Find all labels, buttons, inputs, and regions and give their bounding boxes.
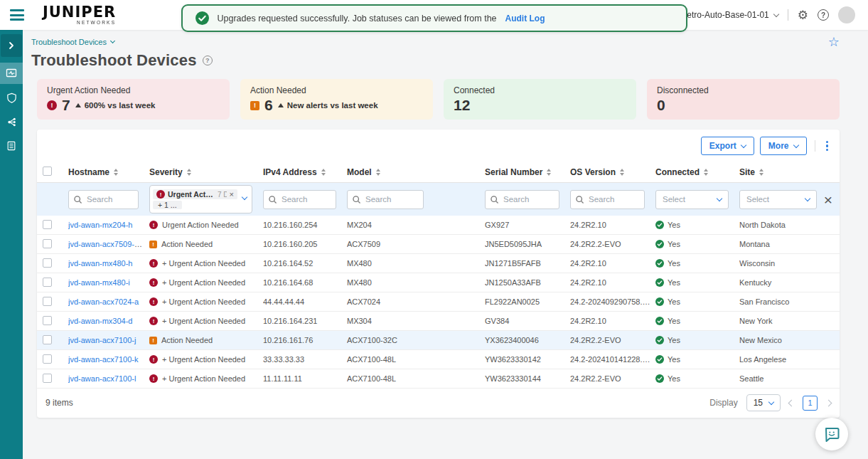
column-header-os-version[interactable]: OS Version [570, 167, 655, 177]
row-checkbox[interactable] [43, 220, 52, 229]
hostname-link[interactable]: jvd-awan-mx304-d [68, 317, 132, 325]
filter-row: ! Urgent Action Needed 7 De × + 1 ... [37, 183, 840, 216]
more-chips-badge: + 1 ... [153, 201, 182, 209]
hostname-link[interactable]: jvd-awan-mx480-i [68, 278, 130, 287]
column-header-model[interactable]: Model [347, 167, 485, 177]
prev-page-button[interactable] [788, 399, 795, 406]
select-all-checkbox[interactable] [43, 167, 52, 176]
document-icon [6, 141, 16, 151]
sort-icon[interactable] [547, 169, 551, 176]
column-header-hostname[interactable]: Hostname [68, 167, 149, 177]
stat-card-urgent-action-needed[interactable]: Urgent Action Needed!7600% vs last week [37, 79, 230, 120]
row-checkbox[interactable] [43, 278, 52, 287]
site-filter-select[interactable]: Select [739, 190, 817, 209]
os-version: 24.2-202409290758.0-EVO [570, 297, 655, 306]
sort-icon[interactable] [376, 169, 380, 176]
more-button[interactable]: More [760, 137, 807, 155]
page-size-value: 15 [754, 398, 763, 408]
row-checkbox[interactable] [43, 297, 52, 306]
sidebar-item-nav-security[interactable] [0, 87, 23, 108]
row-checkbox[interactable] [43, 374, 52, 383]
menu-icon[interactable] [10, 9, 24, 21]
table-row[interactable]: jvd-awan-acx7100-j!Action Needed10.216.1… [37, 331, 840, 350]
stat-card-connected[interactable]: Connected12 [444, 79, 636, 120]
hostname-filter-input[interactable] [87, 195, 138, 204]
stat-label: Connected [454, 85, 626, 95]
column-header-ipv4-address[interactable]: IPv4 Address [263, 167, 347, 177]
table-row[interactable]: jvd-awan-acx7100-k!+ Urgent Action Neede… [37, 350, 840, 369]
stat-card-action-needed[interactable]: Action Needed!6New alerts vs last week [240, 79, 433, 120]
hostname-link[interactable]: jvd-awan-acx7024-a [68, 297, 139, 306]
current-page[interactable]: 1 [803, 396, 818, 411]
column-header-serial-number[interactable]: Serial Number [485, 167, 570, 177]
clear-filters-icon[interactable]: × [821, 192, 835, 207]
serial-number: JN1250A33AFB [485, 278, 570, 287]
urgent-severity-icon: ! [47, 100, 57, 110]
sort-icon[interactable] [187, 169, 191, 176]
os-filter-input[interactable] [589, 195, 644, 204]
row-checkbox[interactable] [43, 239, 52, 248]
table-row[interactable]: jvd-awan-acx7100-l!+ Urgent Action Neede… [37, 369, 840, 389]
help-icon[interactable]: ? [818, 9, 829, 21]
sort-icon[interactable] [114, 169, 118, 176]
severity-text: + Urgent Action Needed [162, 259, 245, 268]
chat-button[interactable] [815, 418, 848, 450]
row-checkbox[interactable] [43, 354, 52, 364]
next-page-button[interactable] [825, 399, 832, 406]
search-icon [268, 195, 277, 204]
sort-icon[interactable] [759, 169, 763, 176]
row-checkbox[interactable] [43, 335, 52, 344]
favorite-star-icon[interactable]: ☆ [828, 36, 840, 48]
table-row[interactable]: jvd-awan-acx7509-d-re0!Action Needed10.2… [37, 235, 840, 254]
hostname-link[interactable]: jvd-awan-acx7100-j [68, 336, 136, 344]
hostname-link[interactable]: jvd-awan-acx7100-l [68, 374, 136, 383]
table-row[interactable]: jvd-awan-mx204-h!Urgent Action Needed10.… [37, 216, 840, 235]
site: Kentucky [739, 278, 840, 287]
sidebar-item-nav-inventory[interactable] [0, 135, 23, 157]
table-row[interactable]: jvd-awan-mx480-h!+ Urgent Action Needed1… [37, 254, 840, 273]
ipv4-filter-input[interactable] [282, 195, 336, 204]
hostname-link[interactable]: jvd-awan-mx204-h [68, 221, 132, 229]
breadcrumb[interactable]: Troubleshoot Devices [31, 38, 114, 46]
site: North Dakota [739, 221, 840, 229]
os-version: 24.2R2.2-EVO [570, 240, 655, 248]
serial-filter-input[interactable] [503, 195, 559, 204]
hostname-link[interactable]: jvd-awan-acx7100-k [68, 355, 138, 364]
hostname-link[interactable]: jvd-awan-mx480-h [68, 259, 132, 268]
gear-icon[interactable]: ⚙ [798, 9, 808, 21]
kebab-menu-icon[interactable] [823, 139, 832, 153]
page-size-select[interactable]: 15 [746, 394, 781, 411]
remove-chip-icon[interactable]: × [230, 190, 234, 199]
sort-icon[interactable] [620, 169, 624, 176]
column-header-connected[interactable]: Connected [655, 167, 739, 177]
connected-check-icon [655, 278, 664, 287]
column-header-site[interactable]: Site [739, 167, 840, 177]
juniper-logo[interactable]: JUNIPER NETWORKS [43, 5, 116, 26]
table-row[interactable]: jvd-awan-acx7024-a!+ Urgent Action Neede… [37, 292, 840, 312]
stat-card-disconnected[interactable]: Disconnected0 [647, 79, 840, 120]
export-button[interactable]: Export [701, 137, 754, 155]
avatar[interactable] [838, 6, 855, 23]
site: Montana [739, 240, 840, 248]
model-filter-input[interactable] [365, 195, 423, 204]
audit-log-link[interactable]: Audit Log [505, 14, 545, 23]
connected-filter-select[interactable]: Select [655, 190, 729, 209]
severity-filter-select[interactable]: ! Urgent Action Needed 7 De × + 1 ... [149, 185, 252, 213]
title-help-icon[interactable]: ? [203, 56, 213, 65]
column-header-severity[interactable]: Severity [149, 167, 263, 177]
hostname-link[interactable]: jvd-awan-acx7509-d-re0 [68, 240, 149, 248]
sidebar-item-nav-dashboard[interactable] [0, 63, 23, 84]
connected-check-icon [655, 336, 664, 344]
sidebar-item-nav-topology[interactable] [0, 111, 23, 132]
sort-icon[interactable] [321, 169, 326, 176]
ipv4-address: 10.216.164.52 [263, 259, 347, 268]
table-row[interactable]: jvd-awan-mx480-i!+ Urgent Action Needed1… [37, 273, 840, 292]
sidebar-item-expand-sidebar[interactable] [1, 34, 22, 57]
table-row[interactable]: jvd-awan-mx304-d!+ Urgent Action Needed1… [37, 312, 840, 331]
row-checkbox[interactable] [43, 316, 52, 325]
row-checkbox[interactable] [43, 258, 52, 268]
divider [788, 9, 788, 21]
sort-icon[interactable] [704, 169, 708, 176]
items-count: 9 items [45, 398, 73, 408]
stat-label: Disconnected [657, 85, 830, 95]
